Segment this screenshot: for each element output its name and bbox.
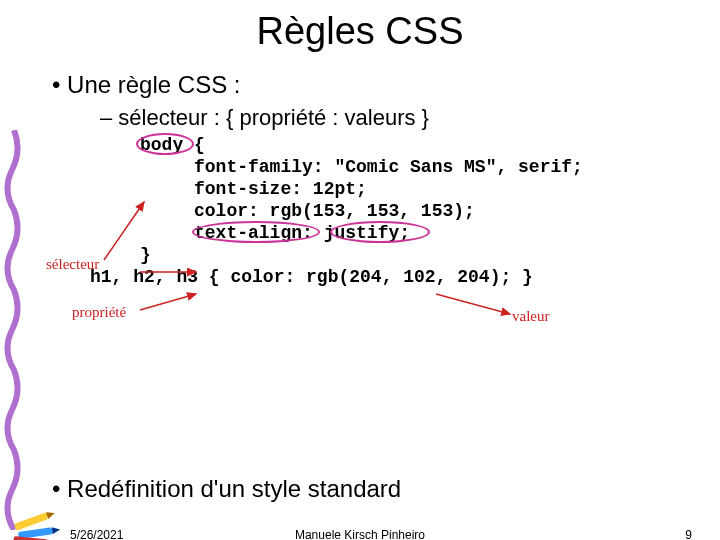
code-line-2: font-family: "Comic Sans MS", serif; — [140, 157, 583, 177]
code-line-3: font-size: 12pt; — [140, 179, 367, 199]
circle-selector — [136, 133, 194, 155]
circle-property — [192, 221, 320, 243]
circle-value — [330, 221, 430, 243]
bullet-syntax: – sélecteur : { propriété : valeurs } — [100, 105, 720, 131]
left-wave-decoration — [0, 130, 22, 530]
slide-title: Règles CSS — [0, 10, 720, 53]
bullet-redefinition: • Redéfinition d'un style standard — [52, 475, 720, 503]
code-line-6: } — [140, 245, 151, 265]
code-line-7: h1, h2, h3 { color: rgb(204, 102, 204); … — [90, 267, 533, 287]
footer-author: Manuele Kirsch Pinheiro — [0, 528, 720, 540]
label-property: propriété — [72, 304, 126, 321]
label-value: valeur — [512, 308, 549, 325]
bullet-rule-css: • Une règle CSS : — [52, 71, 720, 99]
code-example: body { font-family: "Comic Sans MS", ser… — [120, 135, 720, 325]
code-line-4: color: rgb(153, 153, 153); — [140, 201, 475, 221]
label-selector: sélecteur — [46, 256, 99, 273]
footer-page-number: 9 — [685, 528, 692, 540]
